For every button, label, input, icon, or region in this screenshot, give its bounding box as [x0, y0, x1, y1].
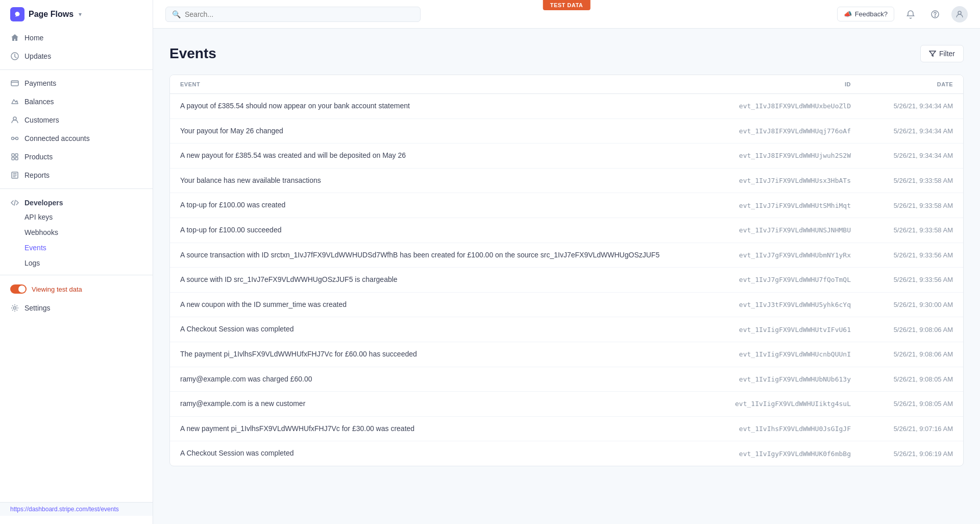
- table-row[interactable]: A new coupon with the ID summer_time was…: [170, 293, 963, 318]
- event-date: 5/26/21, 9:33:58 AM: [851, 177, 953, 184]
- event-date: 5/26/21, 9:33:58 AM: [851, 202, 953, 209]
- table-row[interactable]: A source with ID src_1IvJ7eFX9VLdWWHUgOS…: [170, 268, 963, 293]
- logo-icon: [10, 7, 24, 21]
- event-text: A new coupon with the ID summer_time was…: [180, 300, 708, 310]
- table-row[interactable]: A top-up for £100.00 was created evt_1Iv…: [170, 193, 963, 218]
- event-id: evt_1IvJ8IFX9VLdWWHUxbeUoZlD: [708, 102, 851, 110]
- sidebar-sub-item-events[interactable]: Events: [0, 240, 153, 255]
- sidebar-item-products-label: Products: [24, 153, 53, 161]
- webhooks-label: Webhooks: [24, 228, 58, 236]
- table-row[interactable]: A source transaction with ID srctxn_1IvJ…: [170, 243, 963, 268]
- sidebar-item-payments[interactable]: Payments: [0, 74, 153, 92]
- events-label: Events: [24, 244, 46, 252]
- event-date: 5/26/21, 9:06:19 AM: [851, 450, 953, 458]
- event-id: evt_1IvIgyFX9VLdWWHUK0f6mbBg: [708, 450, 851, 458]
- svg-rect-5: [12, 154, 14, 156]
- table-row[interactable]: A new payment pi_1IvlhsFX9VLdWWHUfxFHJ7V…: [170, 417, 963, 442]
- developers-icon: [10, 198, 19, 207]
- svg-rect-7: [12, 157, 14, 160]
- sidebar-item-balances[interactable]: Balances: [0, 92, 153, 111]
- event-text: ramy@example.com was charged £60.00: [180, 374, 708, 385]
- sidebar-section-developers[interactable]: Developers: [0, 193, 153, 209]
- updates-icon: [10, 52, 19, 61]
- event-text: A Checkout Session was completed: [180, 324, 708, 335]
- table-row[interactable]: Your payout for May 26 changed evt_1IvJ8…: [170, 119, 963, 144]
- filter-label: Filter: [939, 50, 955, 58]
- search-bar[interactable]: 🔍: [165, 7, 421, 22]
- event-text: Your payout for May 26 changed: [180, 126, 708, 136]
- event-date: 5/26/21, 9:34:34 AM: [851, 127, 953, 135]
- app-name: Page Flows: [29, 10, 74, 19]
- col-header-id: ID: [708, 81, 851, 87]
- table-row[interactable]: ramy@example.com is a new customer evt_1…: [170, 392, 963, 417]
- sidebar-sub-item-api-keys[interactable]: API keys: [0, 209, 153, 225]
- event-id: evt_1IvIigFX9VLdWWHUbNUb613y: [708, 375, 851, 383]
- table-row[interactable]: ramy@example.com was charged £60.00 evt_…: [170, 367, 963, 392]
- event-date: 5/26/21, 9:08:05 AM: [851, 400, 953, 408]
- event-text: A top-up for £100.00 succeeded: [180, 225, 708, 235]
- sidebar-item-products[interactable]: Products: [0, 148, 153, 166]
- status-url: https://dashboard.stripe.com/test/events: [10, 506, 119, 513]
- viewing-test-data-toggle[interactable]: Viewing test data: [0, 279, 153, 299]
- products-icon: [10, 152, 19, 161]
- event-text: The payment pi_1IvlhsFX9VLdWWHUfxFHJ7Vc …: [180, 349, 708, 360]
- event-id: evt_1IvJ3tFX9VLdWWHU5yhk6cYq: [708, 301, 851, 308]
- settings-icon: [10, 303, 19, 313]
- table-header: EVENT ID DATE: [170, 75, 963, 94]
- svg-rect-1: [11, 81, 18, 86]
- event-id: evt_1IvJ7gFX9VLdWWHU7fQoTmQL: [708, 276, 851, 283]
- events-table: EVENT ID DATE A payout of £385.54 should…: [169, 75, 964, 466]
- feedback-button[interactable]: 📣 Feedback?: [837, 7, 894, 21]
- connected-accounts-icon: [10, 134, 19, 143]
- filter-button[interactable]: Filter: [920, 45, 964, 62]
- event-date: 5/26/21, 9:33:56 AM: [851, 251, 953, 259]
- table-row[interactable]: A Checkout Session was completed evt_1Iv…: [170, 317, 963, 342]
- event-id: evt_1IvJ7gFX9VLdWWHUbmNY1yRx: [708, 251, 851, 259]
- sidebar-item-settings[interactable]: Settings: [0, 299, 153, 317]
- search-input[interactable]: [185, 10, 414, 18]
- sidebar-item-updates[interactable]: Updates: [0, 47, 153, 65]
- table-row[interactable]: A new payout for £385.54 was created and…: [170, 144, 963, 169]
- event-id: evt_1IvIigFX9VLdWWHUtvIFvU61: [708, 326, 851, 334]
- user-avatar-button[interactable]: [951, 6, 968, 22]
- reports-icon: [10, 171, 19, 180]
- event-text: A new payment pi_1IvlhsFX9VLdWWHUfxFHJ7V…: [180, 424, 708, 434]
- megaphone-icon: 📣: [844, 10, 852, 18]
- help-button[interactable]: [927, 6, 943, 22]
- sidebar-item-customers-label: Customers: [24, 116, 59, 124]
- event-text: A top-up for £100.00 was created: [180, 200, 708, 210]
- viewing-test-data-label: Viewing test data: [32, 285, 82, 293]
- table-row[interactable]: A top-up for £100.00 succeeded evt_1IvJ7…: [170, 218, 963, 243]
- sidebar-item-customers[interactable]: Customers: [0, 111, 153, 129]
- table-row[interactable]: The payment pi_1IvlhsFX9VLdWWHUfxFHJ7Vc …: [170, 342, 963, 367]
- table-row[interactable]: Your balance has new available transacti…: [170, 169, 963, 194]
- event-id: evt_1IvIigFX9VLdWWHUcnbQUUnI: [708, 350, 851, 358]
- sidebar: Page Flows ▾ Home Updates Payments: [0, 0, 153, 524]
- event-text: ramy@example.com is a new customer: [180, 399, 708, 409]
- sidebar-sub-item-logs[interactable]: Logs: [0, 255, 153, 271]
- settings-label: Settings: [24, 304, 51, 312]
- sidebar-sub-item-webhooks[interactable]: Webhooks: [0, 225, 153, 240]
- test-data-toggle-switch[interactable]: [10, 284, 27, 294]
- event-id: evt_1IvJ7iFX9VLdWWHUsx3HbATs: [708, 177, 851, 184]
- col-header-event: EVENT: [180, 81, 708, 87]
- svg-point-4: [16, 137, 18, 140]
- table-row[interactable]: A Checkout Session was completed evt_1Iv…: [170, 441, 963, 466]
- chevron-down-icon: ▾: [79, 11, 82, 18]
- notifications-button[interactable]: [902, 6, 919, 22]
- payments-icon: [10, 79, 19, 88]
- logs-label: Logs: [24, 259, 40, 267]
- app-logo[interactable]: Page Flows ▾: [0, 0, 153, 29]
- sidebar-item-home[interactable]: Home: [0, 29, 153, 47]
- table-row[interactable]: A payout of £385.54 should now appear on…: [170, 94, 963, 119]
- event-id: evt_1IvJ8IFX9VLdWWHUjwuh2S2W: [708, 152, 851, 159]
- svg-point-2: [13, 117, 16, 120]
- api-keys-label: API keys: [24, 213, 53, 221]
- nav-divider-1: [0, 69, 153, 70]
- table-body: A payout of £385.54 should now appear on…: [170, 94, 963, 466]
- sidebar-item-reports[interactable]: Reports: [0, 166, 153, 184]
- page-header: Events Filter: [169, 45, 964, 62]
- sidebar-item-connected-accounts[interactable]: Connected accounts: [0, 129, 153, 148]
- nav-divider-2: [0, 188, 153, 189]
- event-date: 5/26/21, 9:30:00 AM: [851, 301, 953, 308]
